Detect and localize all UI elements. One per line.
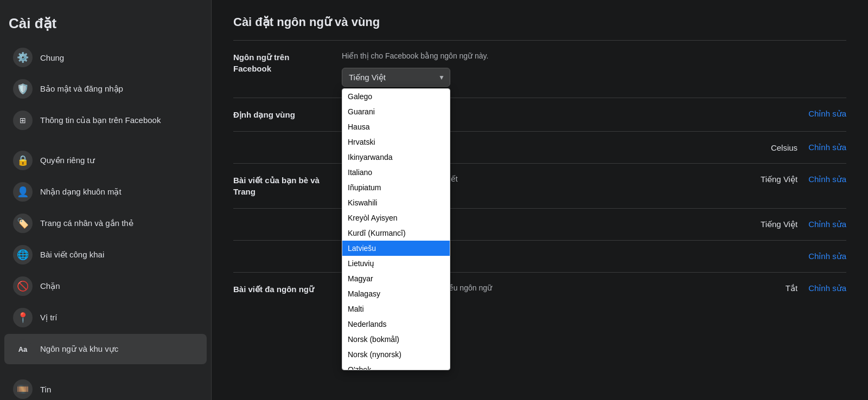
region-edit-button[interactable]: Chỉnh sửa: [797, 109, 846, 119]
dropdown-item-guarani[interactable]: Guarani: [342, 104, 450, 119]
sidebar-item-label: Tin: [40, 385, 51, 394]
globe-icon: 🌐: [13, 245, 33, 264]
story-icon: 🎞️: [13, 379, 33, 399]
auto-translate-edit-button[interactable]: Chỉnh sửa: [797, 251, 846, 261]
sidebar-item-quyen-rieng-tu[interactable]: 🔒 Quyền riêng tư: [4, 145, 207, 176]
grid-icon: ⊞: [13, 111, 33, 130]
dropdown-item-norsk-nynorsk[interactable]: Norsk (nynorsk): [342, 347, 450, 362]
dropdown-item-nederlands[interactable]: Nederlands: [342, 317, 450, 332]
dropdown-item-kurdi[interactable]: Kurdî (Kurmancî): [342, 225, 450, 241]
sidebar-item-label: Quyền riêng tư: [40, 156, 95, 165]
dropdown-item-hrvatski[interactable]: Hrvatski: [342, 134, 450, 150]
sidebar-item-chung[interactable]: ⚙️ Chung: [4, 42, 207, 73]
friends-posts-edit-button[interactable]: Chỉnh sửa: [797, 175, 846, 184]
translation-row: g muốn nhận bản dịch Tiếng Việt Chỉnh sử…: [233, 209, 846, 241]
language-dropdown-list-wrapper: Galego Guarani Hausa Hrvatski Ikinyarwan…: [342, 88, 450, 370]
dropdown-item-uzbek[interactable]: O'zbek: [342, 362, 450, 370]
sidebar-item-ngon-ngu[interactable]: Aa Ngôn ngữ và khu vực: [4, 334, 207, 364]
block-icon: 🚫: [13, 276, 33, 296]
sidebar-item-label: Trang cá nhân và gắn thẻ: [40, 218, 133, 228]
friends-posts-value: Tiếng Việt: [750, 175, 797, 184]
multilang-value: Tắt: [775, 283, 797, 293]
sidebar-item-trang-ca-nhan[interactable]: 🏷️ Trang cá nhân và gắn thẻ: [4, 208, 207, 238]
friends-posts-label: Bài viết của bạn bè vàTrang: [233, 175, 342, 197]
sidebar-item-bao-mat[interactable]: 🛡️ Bảo mật và đăng nhập: [4, 74, 207, 104]
sidebar-item-bai-viet[interactable]: 🌐 Bài viết công khai: [4, 240, 207, 270]
dropdown-item-magyar[interactable]: Magyar: [342, 271, 450, 286]
sidebar-item-label: Nhận dạng khuôn mặt: [40, 187, 122, 197]
language-dropdown-list: Galego Guarani Hausa Hrvatski Ikinyarwan…: [342, 88, 450, 370]
language-dropdown-container: Tiếng Việt ▼ Galego Guarani Hausa Hrvats…: [342, 68, 450, 87]
sidebar-title: Cài đặt: [0, 11, 211, 42]
sidebar: Cài đặt ⚙️ Chung 🛡️ Bảo mật và đăng nhập…: [0, 0, 212, 400]
friends-posts-row: Bài viết của bạn bè vàTrang ốn nhận bản …: [233, 164, 846, 209]
dropdown-item-italiano[interactable]: Italiano: [342, 165, 450, 180]
face-icon: 👤: [13, 182, 33, 202]
dropdown-item-kiswahili[interactable]: Kiswahili: [342, 195, 450, 210]
temp-right: Celsius Chỉnh sửa: [749, 143, 846, 152]
sidebar-item-label: Bảo mật và đăng nhập: [40, 84, 123, 94]
sidebar-item-label: Chặn: [40, 281, 60, 291]
page-title: Cài đặt ngôn ngữ và vùng: [233, 15, 846, 29]
sidebar-item-label: Thông tin của bạn trên Facebook: [40, 115, 161, 125]
dropdown-item-latviesu[interactable]: Latviešu: [342, 241, 450, 256]
language-description: Hiển thị cho Facebook bằng ngôn ngữ này.: [342, 51, 846, 60]
multilang-edit-button[interactable]: Chỉnh sửa: [797, 283, 846, 293]
multilang-label: Bài viết đa ngôn ngữ: [233, 283, 342, 295]
dropdown-item-galego[interactable]: Galego: [342, 89, 450, 104]
dropdown-item-malti[interactable]: Malti: [342, 301, 450, 317]
auto-translate-row: g muốn hệ thống tự động dịch Chỉnh sửa: [233, 241, 846, 273]
sidebar-item-nhan-dang[interactable]: 👤 Nhận dạng khuôn mặt: [4, 177, 207, 207]
dropdown-item-norsk-bokmal[interactable]: Norsk (bokmål): [342, 332, 450, 347]
temp-value: Celsius: [760, 143, 797, 152]
sidebar-item-vi-tri[interactable]: 📍 Vị trí: [4, 302, 207, 333]
language-select[interactable]: Tiếng Việt: [342, 68, 450, 87]
sidebar-item-tin[interactable]: 🎞️ Tin: [4, 374, 207, 400]
sidebar-item-label: Chung: [40, 53, 64, 62]
auto-translate-right: Chỉnh sửa: [797, 251, 846, 261]
region-format-row: Định dạng vùng ắa chữ số Chỉnh sửa: [233, 98, 846, 132]
sidebar-item-thong-tin[interactable]: ⊞ Thông tin của bạn trên Facebook: [4, 105, 207, 136]
translation-edit-button[interactable]: Chỉnh sửa: [797, 220, 846, 229]
sidebar-item-label: Ngôn ngữ và khu vực: [40, 344, 118, 354]
gear-icon: ⚙️: [13, 48, 33, 67]
region-label: Định dạng vùng: [233, 109, 342, 120]
friends-posts-right: Tiếng Việt Chỉnh sửa: [739, 175, 846, 184]
dropdown-item-hausa[interactable]: Hausa: [342, 119, 450, 134]
language-content: Hiển thị cho Facebook bằng ngôn ngữ này.…: [342, 51, 846, 87]
translation-value: Tiếng Việt: [750, 220, 797, 229]
multilang-right: Tắt Chỉnh sửa: [764, 283, 846, 293]
language-row: Ngôn ngữ trênFacebook Hiển thị cho Faceb…: [233, 41, 846, 98]
language-icon: Aa: [13, 339, 33, 359]
lock-icon: 🔒: [13, 151, 33, 170]
temp-row: Celsius Chỉnh sửa: [233, 132, 846, 164]
sidebar-item-label: Bài viết công khai: [40, 250, 104, 260]
multilang-row: Bài viết đa ngôn ngữ có thể đăng trạng t…: [233, 273, 846, 306]
translation-right: Tiếng Việt Chỉnh sửa: [739, 220, 846, 229]
region-right: Chỉnh sửa: [797, 109, 846, 119]
shield-icon: 🛡️: [13, 79, 33, 99]
dropdown-item-kreyol[interactable]: Kreyòl Ayisyen: [342, 210, 450, 225]
dropdown-item-lietuviu[interactable]: Lietuvių: [342, 256, 450, 271]
language-label: Ngôn ngữ trênFacebook: [233, 51, 342, 74]
sidebar-item-chan[interactable]: 🚫 Chặn: [4, 271, 207, 301]
tag-icon: 🏷️: [13, 214, 33, 233]
location-icon: 📍: [13, 308, 33, 327]
temp-edit-button[interactable]: Chỉnh sửa: [797, 143, 846, 152]
dropdown-item-inupiatum[interactable]: Iñupiatum: [342, 180, 450, 195]
dropdown-item-malagasy[interactable]: Malagasy: [342, 286, 450, 301]
sidebar-item-label: Vị trí: [40, 313, 58, 322]
main-content: Cài đặt ngôn ngữ và vùng Ngôn ngữ trênFa…: [212, 0, 868, 400]
dropdown-item-ikinyarwanda[interactable]: Ikinyarwanda: [342, 150, 450, 165]
